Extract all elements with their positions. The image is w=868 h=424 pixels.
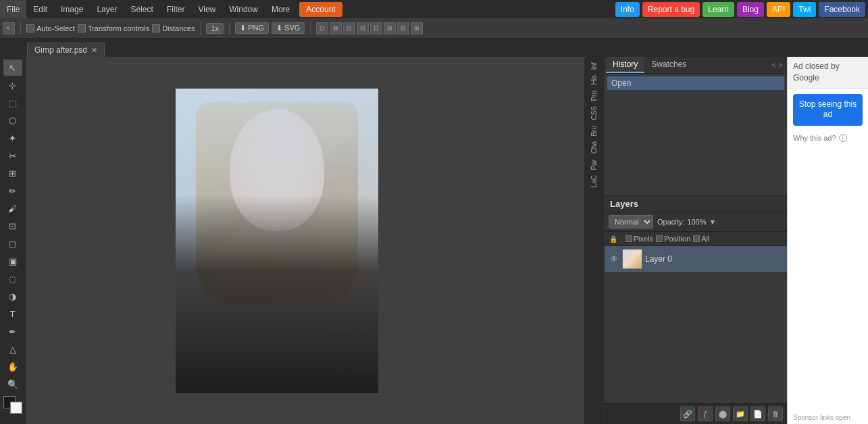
opacity-arrow[interactable]: ▼ (709, 218, 717, 226)
tool-hand[interactable]: ✋ (3, 358, 22, 375)
ad-header: Ad closed by Google (788, 57, 868, 89)
move-tool-icon[interactable]: ↖ (3, 22, 15, 34)
layer-mask-button[interactable]: ⬤ (715, 406, 730, 421)
tool-select[interactable]: ⊹ (3, 77, 22, 93)
layer-visibility-toggle[interactable]: 👁 (609, 254, 619, 264)
tool-color-selector[interactable] (3, 396, 22, 414)
nav-info[interactable]: Info (615, 2, 640, 17)
menu-account[interactable]: Account (299, 2, 342, 17)
background-color[interactable] (10, 402, 22, 414)
shortcut-inf[interactable]: Inf (589, 60, 599, 72)
distances-option[interactable]: Distances (152, 24, 195, 32)
shortcut-his[interactable]: His (589, 72, 599, 87)
align-middle-icon[interactable]: ⊡ (370, 22, 382, 34)
tool-marquee[interactable]: ⬚ (3, 95, 22, 111)
tab-swatches[interactable]: Swatches (644, 57, 693, 73)
tool-gradient[interactable]: ▣ (3, 253, 22, 269)
nav-blog[interactable]: Blog (737, 2, 764, 17)
canvas-area[interactable] (26, 57, 584, 424)
nav-twitter[interactable]: Twi (793, 2, 816, 17)
tool-pen[interactable]: ✒ (3, 323, 22, 339)
layer-thumb-image (623, 250, 642, 268)
shortcut-bru[interactable]: Bru (589, 123, 599, 139)
pixels-checkbox[interactable] (626, 235, 632, 242)
position-option[interactable]: Position (656, 235, 690, 243)
right-area: Inf His Pro CSS Bru Cha Par LaC History … (584, 57, 787, 424)
transform-controls-option[interactable]: Transform controls (78, 24, 149, 32)
menu-layer[interactable]: Layer (90, 0, 124, 18)
nav-learn[interactable]: Learn (703, 2, 734, 17)
all-option[interactable]: All (693, 235, 709, 243)
distribute-icon[interactable]: ⊟ (397, 22, 409, 34)
tool-move[interactable]: ↖ (3, 60, 22, 76)
blend-mode-select[interactable]: Normal (609, 215, 653, 229)
separator2 (200, 22, 201, 35)
history-item-open[interactable]: Open (607, 76, 784, 90)
tool-magic-wand[interactable]: ✦ (3, 130, 22, 146)
link-layers-button[interactable]: 🔗 (680, 406, 695, 421)
align-left-icon[interactable]: ⊡ (316, 22, 328, 34)
new-group-button[interactable]: 📁 (733, 406, 748, 421)
top-menu-bar: File Edit Image Layer Select Filter View… (0, 0, 868, 18)
tool-crop[interactable]: ✂ (3, 147, 22, 164)
align-bottom-icon[interactable]: ⊞ (384, 22, 396, 34)
tool-shape[interactable]: △ (3, 341, 22, 357)
tool-text[interactable]: T (3, 306, 22, 322)
shortcut-lac[interactable]: LaC (589, 172, 599, 190)
tool-blur[interactable]: ◌ (3, 270, 22, 287)
right-panels: History Swatches < > Open Layers Normal (605, 57, 787, 424)
auto-select-checkbox[interactable] (26, 24, 34, 32)
shortcut-css[interactable]: CSS (589, 103, 599, 123)
tool-zoom[interactable]: 🔍 (3, 376, 22, 392)
auto-select-option[interactable]: Auto-Select (26, 24, 75, 32)
history-swatches-tabs: History Swatches < > (605, 57, 787, 74)
tool-brush[interactable]: 🖌 (3, 200, 22, 216)
nav-bug[interactable]: Report a bug (642, 2, 700, 17)
separator3 (229, 22, 230, 35)
align-center-icon[interactable]: ⊠ (330, 22, 342, 34)
tool-eraser[interactable]: ◻ (3, 235, 22, 252)
nav-facebook[interactable]: Facebook (819, 2, 865, 17)
menu-select[interactable]: Select (124, 0, 159, 18)
tool-lasso[interactable]: ⬡ (3, 112, 22, 128)
stop-seeing-button[interactable]: Stop seeing this ad (793, 94, 863, 126)
why-this-ad[interactable]: Why this ad? i (788, 131, 868, 145)
menu-filter[interactable]: Filter (160, 0, 192, 18)
transform-controls-checkbox[interactable] (78, 24, 86, 32)
layer-row[interactable]: 👁 Layer 0 (605, 246, 787, 273)
tool-slice[interactable]: ⊞ (3, 165, 22, 181)
svg-export-button[interactable]: ⬇ SVG (272, 22, 305, 34)
lock-icon: 🔒 (609, 234, 618, 243)
layer-style-button[interactable]: ƒ (698, 406, 713, 421)
distribute2-icon[interactable]: ⊞ (411, 22, 423, 34)
menu-view[interactable]: View (191, 0, 222, 18)
menu-more[interactable]: More (265, 0, 297, 18)
shortcut-cha[interactable]: Cha (589, 139, 599, 156)
menu-image[interactable]: Image (54, 0, 90, 18)
tool-eyedropper[interactable]: ✏ (3, 183, 22, 199)
align-right-icon[interactable]: ⊡ (343, 22, 355, 34)
arrow-left[interactable]: < (771, 61, 775, 69)
delete-layer-button[interactable]: 🗑 (768, 406, 783, 421)
tool-stamp[interactable]: ⊡ (3, 218, 22, 234)
shortcut-pro[interactable]: Pro (589, 88, 599, 104)
zoom-button[interactable]: 1x (206, 23, 224, 34)
menu-file[interactable]: File (0, 0, 26, 18)
align-top-icon[interactable]: ⊟ (357, 22, 369, 34)
tool-dodge[interactable]: ◑ (3, 288, 22, 304)
png-export-button[interactable]: ⬇ PNG (235, 22, 269, 34)
file-tab-close[interactable]: ✕ (91, 46, 97, 55)
menu-window[interactable]: Window (222, 0, 265, 18)
pixels-option[interactable]: Pixels (626, 235, 653, 243)
file-tab[interactable]: Gimp after.psd ✕ (27, 43, 105, 57)
new-layer-button[interactable]: 📄 (750, 406, 765, 421)
auto-select-label: Auto-Select (36, 24, 75, 32)
shortcut-par[interactable]: Par (589, 157, 599, 173)
tab-history[interactable]: History (606, 57, 644, 73)
nav-api[interactable]: API (767, 2, 790, 17)
distances-checkbox[interactable] (152, 24, 160, 32)
menu-edit[interactable]: Edit (26, 0, 54, 18)
all-checkbox[interactable] (693, 235, 700, 242)
arrow-right[interactable]: > (779, 61, 783, 69)
position-checkbox[interactable] (656, 235, 663, 242)
